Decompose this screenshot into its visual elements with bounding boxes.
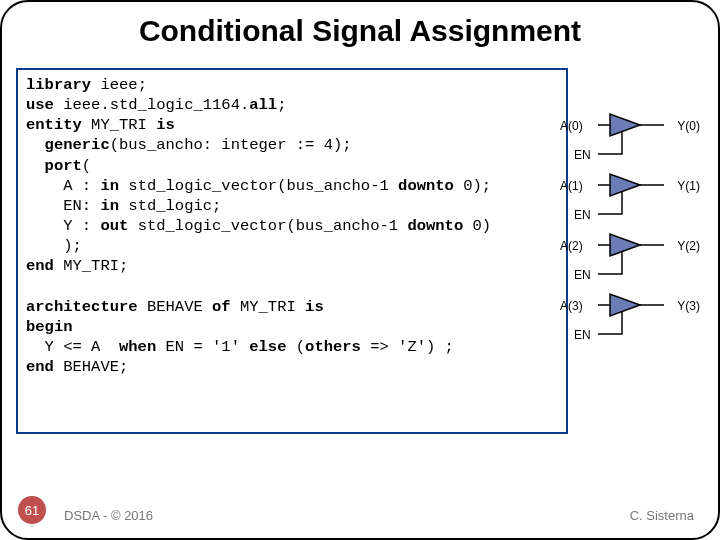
code-text: ; (277, 96, 286, 114)
slide: Conditional Signal Assignment library ie… (0, 0, 720, 540)
kw-end: end (26, 257, 54, 275)
code-text: BEHAVE; (54, 358, 128, 376)
tristate-icon (598, 232, 668, 282)
label-a1: A(1) (560, 179, 583, 193)
code-text: BEHAVE (138, 298, 212, 316)
code-text: EN = '1' (156, 338, 249, 356)
code-text: Y : (26, 217, 100, 235)
kw-entity: entity (26, 116, 82, 134)
buffer-3: A(3) Y(3) EN (560, 292, 700, 352)
code-text: => 'Z') ; (361, 338, 454, 356)
kw-in: in (100, 177, 119, 195)
kw-library: library (26, 76, 91, 94)
svg-marker-7 (610, 234, 640, 256)
kw-out: out (100, 217, 128, 235)
kw-use: use (26, 96, 54, 114)
code-text: MY_TRI (82, 116, 156, 134)
footer-left: DSDA - © 2016 (64, 508, 153, 523)
kw-others: others (305, 338, 361, 356)
label-en2: EN (574, 268, 591, 282)
code-text: MY_TRI; (54, 257, 128, 275)
label-en3: EN (574, 328, 591, 342)
page-number: 61 (18, 496, 46, 524)
code-text: 0); (454, 177, 491, 195)
label-a2: A(2) (560, 239, 583, 253)
code-box: library ieee; use ieee.std_logic_1164.al… (16, 68, 568, 434)
buffer-1: A(1) Y(1) EN (560, 172, 700, 232)
kw-is: is (305, 298, 324, 316)
tristate-icon (598, 292, 668, 342)
code-text: ( (286, 338, 305, 356)
buffer-2: A(2) Y(2) EN (560, 232, 700, 292)
kw-of: of (212, 298, 231, 316)
code-text: 0) (463, 217, 491, 235)
kw-generic: generic (26, 136, 110, 154)
code-text: ); (26, 237, 82, 255)
svg-marker-4 (610, 174, 640, 196)
label-y1: Y(1) (677, 179, 700, 193)
code-text: Y <= A (26, 338, 119, 356)
kw-is: is (156, 116, 175, 134)
label-en0: EN (574, 148, 591, 162)
code-text: MY_TRI (231, 298, 305, 316)
kw-all: all (249, 96, 277, 114)
buffer-0: A(0) Y(0) EN (560, 112, 700, 172)
kw-in: in (100, 197, 119, 215)
kw-downto: downto (407, 217, 463, 235)
code-text: EN: (26, 197, 100, 215)
kw-else: else (249, 338, 286, 356)
kw-port: port (26, 157, 82, 175)
label-a3: A(3) (560, 299, 583, 313)
kw-end: end (26, 358, 54, 376)
kw-architecture: architecture (26, 298, 138, 316)
svg-marker-1 (610, 114, 640, 136)
footer-right: C. Sisterna (630, 508, 694, 523)
kw-begin: begin (26, 318, 73, 336)
label-y2: Y(2) (677, 239, 700, 253)
label-y0: Y(0) (677, 119, 700, 133)
code-text: (bus_ancho: integer := 4); (110, 136, 352, 154)
kw-when: when (119, 338, 156, 356)
code-text: std_logic_vector(bus_ancho-1 (119, 177, 398, 195)
tristate-icon (598, 112, 668, 162)
code-text: ieee; (91, 76, 147, 94)
svg-marker-10 (610, 294, 640, 316)
code-text: ( (82, 157, 91, 175)
label-a0: A(0) (560, 119, 583, 133)
label-en1: EN (574, 208, 591, 222)
code-text: A : (26, 177, 100, 195)
tristate-icon (598, 172, 668, 222)
kw-downto: downto (398, 177, 454, 195)
code-text: ieee.std_logic_1164. (54, 96, 249, 114)
label-y3: Y(3) (677, 299, 700, 313)
tristate-diagram: A(0) Y(0) EN A(1) Y(1) EN A(2) Y(2) (560, 112, 700, 352)
code-text: std_logic; (119, 197, 221, 215)
slide-title: Conditional Signal Assignment (2, 14, 718, 48)
code-text: std_logic_vector(bus_ancho-1 (128, 217, 407, 235)
